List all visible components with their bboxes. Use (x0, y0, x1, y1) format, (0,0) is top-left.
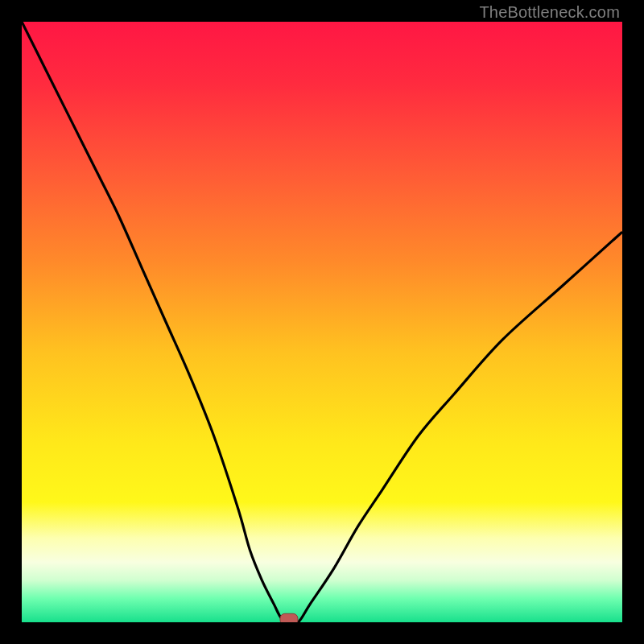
gradient-background (22, 22, 622, 622)
plot-area (22, 22, 622, 622)
chart-frame: TheBottleneck.com (0, 0, 644, 644)
optimal-marker (280, 613, 298, 622)
attribution-label: TheBottleneck.com (479, 3, 620, 22)
bottleneck-chart (22, 22, 622, 622)
